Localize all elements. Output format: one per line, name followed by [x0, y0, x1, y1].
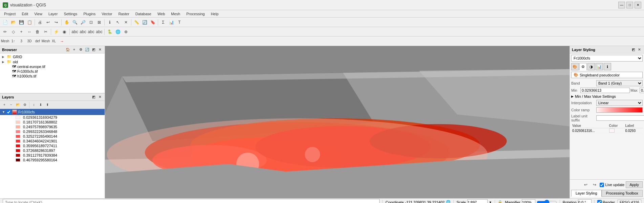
def-btn[interactable]: def: [34, 38, 41, 45]
open-project-btn[interactable]: 📂: [9, 19, 17, 26]
menu-mesh[interactable]: Mesh: [168, 11, 183, 17]
layer-val-5[interactable]: 0.325272265490144: [7, 134, 105, 139]
layers-close-x-btn[interactable]: ✕: [97, 94, 103, 100]
render-checkbox[interactable]: [597, 200, 602, 203]
edit-node-btn[interactable]: ◇: [9, 28, 17, 36]
layer-val-10[interactable]: 0.467959295580164: [7, 158, 105, 162]
scale-input[interactable]: [467, 199, 488, 203]
browser-close-btn[interactable]: ✕: [97, 47, 103, 52]
layers-sort-btn[interactable]: ↕: [31, 102, 37, 108]
label-unit-input[interactable]: [596, 115, 644, 121]
interpolation-select[interactable]: Linear: [596, 100, 643, 106]
new-project-btn[interactable]: 📄: [1, 19, 9, 26]
rotation-input[interactable]: [578, 199, 592, 203]
layer-val-1[interactable]: 0.029361316934279: [7, 115, 105, 120]
zoom-in-tool[interactable]: 🔍: [71, 19, 79, 26]
menu-raster[interactable]: Raster: [115, 11, 132, 17]
layers-filter-btn[interactable]: ⚙: [22, 102, 28, 108]
footer-tab-styling[interactable]: Layer Styling: [571, 190, 602, 197]
print-btn[interactable]: 🖨: [36, 19, 44, 26]
layer-fr1000cfs[interactable]: ▼ Fr1000cfs: [0, 109, 105, 115]
label4-btn[interactable]: abc: [95, 28, 103, 36]
zoom-full-btn[interactable]: ⊡: [87, 19, 95, 26]
measure-btn[interactable]: 📏: [133, 19, 140, 26]
snap-btn[interactable]: ⚡: [52, 28, 60, 36]
menu-settings[interactable]: Settings: [61, 11, 80, 17]
color-ramp-preview[interactable]: [596, 107, 643, 113]
band-select[interactable]: Band 1 (Gray): [596, 80, 643, 86]
xl-btn[interactable]: XL: [50, 38, 58, 45]
layer-val-7[interactable]: 0.359956189727411: [7, 143, 105, 148]
window-controls[interactable]: — □ ✕: [618, 2, 641, 8]
layer-val-6[interactable]: 0.346346042241901: [7, 139, 105, 143]
layer-val-4[interactable]: 0.299322263346848: [7, 129, 105, 134]
add-feature-btn[interactable]: +: [18, 28, 25, 36]
magnifier-input[interactable]: [522, 199, 535, 203]
georef-btn[interactable]: ⊕: [122, 28, 130, 36]
save-project-btn[interactable]: 💾: [18, 19, 25, 26]
3d-btn[interactable]: 3D: [26, 38, 33, 45]
refresh-btn[interactable]: 🔄: [141, 19, 148, 26]
styling-tab-transparency[interactable]: ◑: [587, 63, 595, 70]
browser-tree-h1000[interactable]: ▶ 🗺 h1000cfs.tif: [6, 74, 104, 78]
layer-val-3[interactable]: 0.249757898979635: [7, 125, 105, 129]
text-btn[interactable]: T: [176, 19, 183, 26]
digitize-btn[interactable]: ✏: [1, 28, 9, 36]
minmax-settings-header[interactable]: ▶ Min / Max Value Settings: [571, 94, 643, 98]
label-btn[interactable]: abc: [71, 28, 79, 36]
identify-btn[interactable]: ℹ: [106, 19, 113, 26]
menu-plugins[interactable]: Plugins: [81, 11, 98, 17]
deselect-btn[interactable]: ✕: [122, 19, 130, 26]
menu-vector[interactable]: Vector: [99, 11, 115, 17]
redo-btn[interactable]: ↪: [52, 19, 60, 26]
browser-add-btn[interactable]: +: [71, 47, 77, 52]
minimize-button[interactable]: —: [618, 2, 625, 8]
browser-tree-fr1000[interactable]: ▶ 🗺 Fr1000cfs.tif: [6, 69, 104, 74]
browser-panel-icons[interactable]: 🏠 + ⚙ 🔄 ◩ ✕: [65, 47, 103, 52]
menu-layer[interactable]: Layer: [46, 11, 61, 17]
menu-help[interactable]: Help: [208, 11, 221, 17]
epsg-badge[interactable]: EPSG:4326: [618, 200, 641, 203]
redo-style-btn[interactable]: ↪: [591, 181, 598, 188]
zoom-out-tool[interactable]: 🔎: [79, 19, 87, 26]
styling-close-btn[interactable]: ✕: [637, 47, 642, 52]
menu-edit[interactable]: Edit: [19, 11, 31, 17]
styling-tab-paint[interactable]: 🎨: [571, 63, 579, 70]
styling-tab-histogram[interactable]: 📊: [596, 63, 603, 70]
browser-tree-old[interactable]: ▶ 📁 old: [1, 59, 104, 64]
browser-filter-btn[interactable]: ⚙: [78, 47, 83, 52]
menu-project[interactable]: Project: [1, 11, 18, 17]
label2-btn[interactable]: abc: [79, 28, 87, 36]
min-input[interactable]: [580, 88, 630, 93]
pan-tool[interactable]: ✋: [63, 19, 70, 26]
undo-style-btn[interactable]: ↩: [582, 181, 589, 188]
mesh-btn1[interactable]: Mesh: [1, 38, 9, 45]
layer-val-8[interactable]: 0.37268828631897: [7, 148, 105, 153]
footer-tab-processing[interactable]: Processing Toolbox: [602, 190, 643, 197]
mesh-btn4[interactable]: Mesh: [42, 38, 49, 45]
menu-processing[interactable]: Processing: [184, 11, 207, 17]
locator-input[interactable]: [3, 199, 380, 203]
move-feature-btn[interactable]: ↔: [26, 28, 33, 36]
layers-expand-btn[interactable]: ⬇: [38, 102, 44, 108]
styling-tab-active[interactable]: ⚙: [579, 63, 587, 70]
zoom-layer-btn[interactable]: ⊠: [95, 19, 103, 26]
menu-web[interactable]: Web: [155, 11, 168, 17]
menu-database[interactable]: Database: [133, 11, 154, 17]
browser-tree-central[interactable]: ▶ 🗺 central-europe.tif: [6, 64, 104, 69]
bookmarks-btn[interactable]: 🔖: [149, 19, 156, 26]
cut-feature-btn[interactable]: ✂: [42, 28, 49, 36]
mesh-btn3[interactable]: 3: [18, 38, 25, 45]
browser-collapse-btn[interactable]: ◩: [91, 47, 96, 52]
maximize-button[interactable]: □: [626, 2, 633, 8]
apply-button[interactable]: Apply: [626, 181, 643, 188]
browser-tree-grid[interactable]: ▶ 📁 GRID: [1, 54, 104, 59]
layers-collapse-btn[interactable]: ⬆: [44, 102, 50, 108]
styling-tab-metadata[interactable]: ℹ: [604, 63, 611, 70]
layers-add-btn[interactable]: +: [1, 102, 7, 108]
mesh-btn2[interactable]: 1↑: [9, 38, 17, 45]
calculator-btn[interactable]: Σ: [159, 19, 167, 26]
browser-btn[interactable]: 🌐: [114, 28, 122, 36]
browser-refresh-btn[interactable]: 🔄: [84, 47, 90, 52]
close-button[interactable]: ✕: [635, 2, 641, 8]
